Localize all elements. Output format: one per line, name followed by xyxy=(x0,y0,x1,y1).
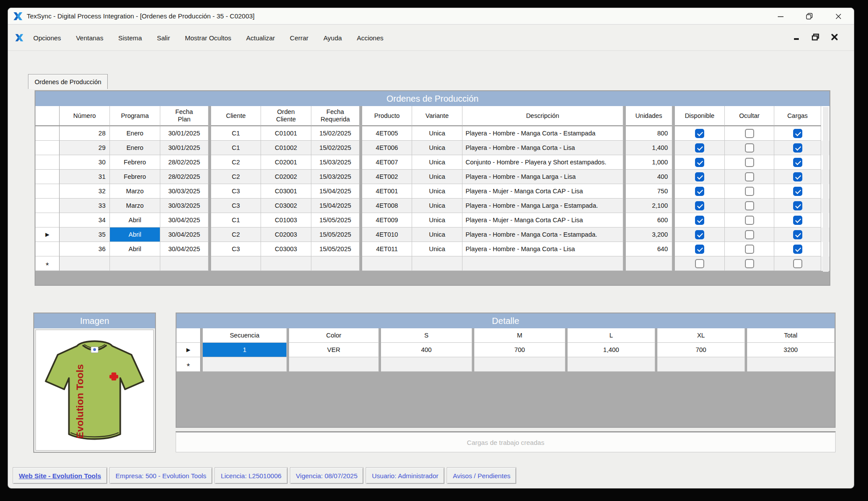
header-unidades[interactable]: Unidades xyxy=(626,106,672,126)
cell-l[interactable] xyxy=(568,357,655,372)
header-xl[interactable]: XL xyxy=(657,328,745,343)
cell-programa[interactable]: Enero xyxy=(110,126,160,141)
cell-m[interactable] xyxy=(474,357,565,372)
cell-programa[interactable]: Abril xyxy=(110,242,160,256)
cell-fecha-plan[interactable]: 30/03/2025 xyxy=(160,199,208,213)
cell-variante[interactable]: Unica xyxy=(412,242,462,256)
cargas-checkbox[interactable] xyxy=(793,216,802,225)
cell-color[interactable]: VER xyxy=(289,343,379,357)
cell-cliente[interactable]: C1 xyxy=(211,126,261,141)
ocultar-checkbox[interactable] xyxy=(745,230,754,239)
menu-item[interactable]: Ventanas xyxy=(76,32,103,44)
cell-unidades[interactable]: 600 xyxy=(626,213,672,227)
status-panel[interactable]: Web Site - Evolution Tools xyxy=(13,467,107,484)
cell-orden-cliente[interactable] xyxy=(261,256,311,271)
header-fecha-requerida[interactable]: Fecha Requerida xyxy=(311,106,360,126)
header-color[interactable]: Color xyxy=(289,328,379,343)
cell-orden-cliente[interactable]: C02002 xyxy=(261,170,311,184)
cell-fecha-plan[interactable]: 28/02/2025 xyxy=(160,170,208,184)
header-programa[interactable]: Programa xyxy=(110,106,160,126)
cell-fecha-requerida[interactable]: 15/05/2025 xyxy=(311,242,360,256)
cell-unidades[interactable]: 1,000 xyxy=(626,155,672,170)
close-icon[interactable] xyxy=(835,13,842,20)
header-orden-cliente[interactable]: Orden Cliente xyxy=(261,106,311,126)
cell-descripcion[interactable]: Playera - Mujer - Manga Corta CAP - Lisa xyxy=(462,213,623,227)
new-row-selector[interactable]: * xyxy=(35,256,60,271)
cargas-checkbox[interactable] xyxy=(793,158,802,167)
cell-orden-cliente[interactable]: C01003 xyxy=(261,213,311,227)
cell-orden-cliente[interactable]: C01002 xyxy=(261,141,311,155)
cell-orden-cliente[interactable]: C02001 xyxy=(261,155,311,170)
cell-producto[interactable]: 4ET011 xyxy=(362,242,412,256)
menu-item[interactable]: Actualizar xyxy=(246,32,275,44)
cell-fecha-plan[interactable]: 30/04/2025 xyxy=(160,242,208,256)
cell-unidades[interactable] xyxy=(626,256,672,271)
cell-numero[interactable] xyxy=(60,256,110,271)
status-panel[interactable]: Usuario: Administrador xyxy=(366,467,445,484)
mdi-minimize-icon[interactable] xyxy=(793,34,800,43)
cell-cliente[interactable]: C3 xyxy=(211,242,261,256)
cell-variante[interactable]: Unica xyxy=(412,227,462,242)
disponible-checkbox[interactable] xyxy=(695,143,704,153)
cell-fecha-requerida[interactable]: 15/02/2025 xyxy=(311,126,360,141)
cell-total[interactable]: 3200 xyxy=(747,343,835,357)
cell-fecha-plan[interactable]: 30/04/2025 xyxy=(160,227,208,242)
cargas-checkbox[interactable] xyxy=(793,187,802,196)
cell-descripcion[interactable]: Playera - Hombre - Manga Larga - Lisa xyxy=(462,170,623,184)
disponible-checkbox[interactable] xyxy=(695,158,704,167)
cell-variante[interactable]: Unica xyxy=(412,199,462,213)
cell-orden-cliente[interactable]: C03003 xyxy=(261,242,311,256)
ocultar-checkbox[interactable] xyxy=(745,172,754,181)
header-ocultar[interactable]: Ocultar xyxy=(725,106,774,126)
ocultar-checkbox[interactable] xyxy=(745,201,754,210)
cell-fecha-plan[interactable]: 28/02/2025 xyxy=(160,155,208,170)
row-selector[interactable] xyxy=(35,213,60,227)
menu-item[interactable]: Mostrar Ocultos xyxy=(185,32,231,44)
cell-cliente[interactable]: C2 xyxy=(211,170,261,184)
cell-programa[interactable]: Marzo xyxy=(110,199,160,213)
cell-fecha-plan[interactable]: 30/04/2025 xyxy=(160,213,208,227)
cell-fecha-requerida[interactable]: 15/03/2025 xyxy=(311,170,360,184)
cell-fecha-requerida[interactable]: 15/03/2025 xyxy=(311,155,360,170)
cell-orden-cliente[interactable]: C01001 xyxy=(261,126,311,141)
cell-fecha-requerida[interactable]: 15/05/2025 xyxy=(311,227,360,242)
cell-variante[interactable]: Unica xyxy=(412,170,462,184)
row-selector[interactable] xyxy=(35,199,60,213)
ocultar-checkbox[interactable] xyxy=(745,187,754,196)
cell-variante[interactable]: Unica xyxy=(412,126,462,141)
header-m[interactable]: M xyxy=(474,328,565,343)
cell-producto[interactable]: 4ET008 xyxy=(362,199,412,213)
menu-item[interactable]: Salir xyxy=(157,32,170,44)
cell-cliente[interactable]: C3 xyxy=(211,199,261,213)
cell-variante[interactable]: Unica xyxy=(412,141,462,155)
header-cargas[interactable]: Cargas xyxy=(774,106,821,126)
cell-s[interactable] xyxy=(381,357,472,372)
mdi-restore-icon[interactable] xyxy=(812,33,819,43)
cargas-checkbox[interactable] xyxy=(793,172,802,181)
minimize-icon[interactable] xyxy=(777,13,784,20)
cell-producto[interactable]: 4ET006 xyxy=(362,141,412,155)
header-cliente[interactable]: Cliente xyxy=(211,106,261,126)
cell-unidades[interactable]: 750 xyxy=(626,184,672,199)
header-s[interactable]: S xyxy=(381,328,472,343)
cargas-checkbox[interactable] xyxy=(793,129,802,138)
cell-numero[interactable]: 28 xyxy=(60,126,110,141)
cell-l[interactable]: 1,400 xyxy=(568,343,655,357)
disponible-checkbox[interactable] xyxy=(695,201,704,210)
cell-programa[interactable]: Marzo xyxy=(110,184,160,199)
cell-producto[interactable]: 4ET001 xyxy=(362,184,412,199)
vertical-scrollbar[interactable] xyxy=(823,107,829,272)
cell-descripcion[interactable]: Playera - Mujer - Manga Corta CAP - Lisa xyxy=(462,184,623,199)
ocultar-checkbox[interactable] xyxy=(745,216,754,225)
menu-item[interactable]: Opciones xyxy=(33,32,61,44)
ocultar-checkbox[interactable] xyxy=(745,259,754,268)
cell-producto[interactable]: 4ET007 xyxy=(362,155,412,170)
cell-descripcion[interactable]: Playera - Hombre - Manga Corta - Estampa… xyxy=(462,227,623,242)
header-l[interactable]: L xyxy=(568,328,655,343)
menu-item[interactable]: Acciones xyxy=(357,32,384,44)
cell-numero[interactable]: 30 xyxy=(60,155,110,170)
disponible-checkbox[interactable] xyxy=(695,230,704,239)
row-selector[interactable]: ▶ xyxy=(176,343,201,357)
ocultar-checkbox[interactable] xyxy=(745,245,754,254)
status-panel[interactable]: Empresa: 500 - Evolution Tools xyxy=(109,467,212,484)
